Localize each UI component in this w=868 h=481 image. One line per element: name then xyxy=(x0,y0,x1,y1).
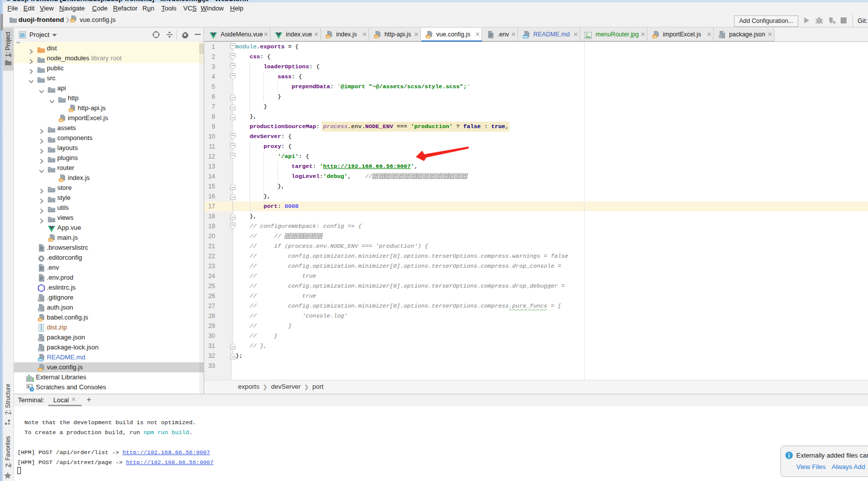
svg-text:MD: MD xyxy=(38,358,43,361)
svg-text:JS: JS xyxy=(653,35,656,38)
svg-text:JS: JS xyxy=(69,109,73,112)
svg-text:JS: JS xyxy=(38,319,42,321)
svg-text:JS: JS xyxy=(374,35,378,38)
svg-text:JS: JS xyxy=(49,239,52,242)
svg-text:JS: JS xyxy=(71,19,74,22)
svg-text:JS: JS xyxy=(326,35,330,38)
svg-text:MD: MD xyxy=(523,35,528,38)
svg-text:JS: JS xyxy=(426,35,430,38)
svg-text:JS: JS xyxy=(59,179,63,182)
svg-text:JS: JS xyxy=(59,119,63,122)
svg-text:JS: JS xyxy=(38,368,42,371)
